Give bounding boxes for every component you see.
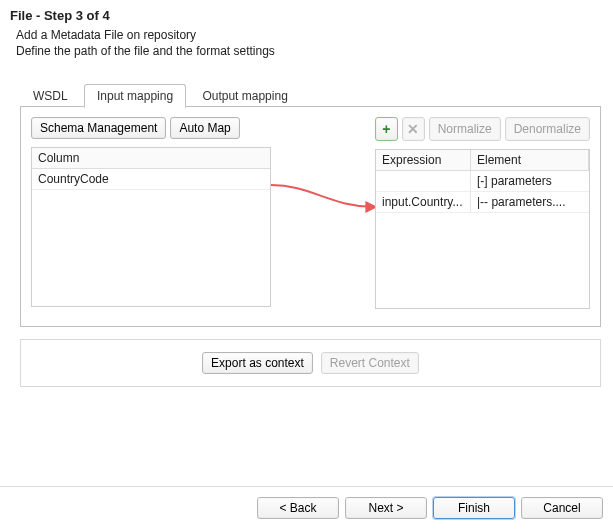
next-button[interactable]: Next > [345,497,427,519]
target-cell-expr [376,171,471,191]
denormalize-button: Denormalize [505,117,590,141]
schema-management-button[interactable]: Schema Management [31,117,166,139]
target-cell-expr: input.Country... [376,192,471,212]
cancel-button[interactable]: Cancel [521,497,603,519]
tab-output-mapping[interactable]: Output mapping [189,84,300,107]
wizard-header: File - Step 3 of 4 Add a Metadata File o… [0,0,613,63]
add-icon[interactable]: + [375,117,398,141]
target-row[interactable]: input.Country... |-- parameters.... [376,192,589,213]
source-row[interactable]: CountryCode [32,169,270,190]
target-cell-elem: |-- parameters.... [471,192,589,212]
target-toolbar: + ✕ Normalize Denormalize [375,117,590,141]
tab-wsdl[interactable]: WSDL [20,84,81,107]
tab-input-mapping[interactable]: Input mapping [84,84,186,108]
target-cell-elem: [-] parameters [471,171,589,191]
normalize-button: Normalize [429,117,501,141]
source-toolbar: Schema Management Auto Map [31,117,271,139]
tabstrip: WSDL Input mapping Output mapping [20,83,601,107]
page-title: File - Step 3 of 4 [10,8,603,23]
target-col-expression: Expression [376,150,471,170]
target-pane: + ✕ Normalize Denormalize Expression Ele… [375,117,590,317]
auto-map-button[interactable]: Auto Map [170,117,239,139]
wizard-footer: < Back Next > Finish Cancel [0,486,613,529]
finish-button[interactable]: Finish [433,497,515,519]
mapping-panel: Schema Management Auto Map Column Countr… [20,107,601,327]
subtitle-line-2: Define the path of the file and the form… [16,43,603,59]
back-button[interactable]: < Back [257,497,339,519]
target-grid[interactable]: Expression Element [-] parameters input.… [375,149,590,309]
subtitle-line-1: Add a Metadata File on repository [16,27,603,43]
context-bar: Export as context Revert Context [20,339,601,387]
revert-context-button: Revert Context [321,352,419,374]
source-grid-header: Column [32,148,270,169]
source-cell: CountryCode [32,169,270,189]
source-pane: Schema Management Auto Map Column Countr… [31,117,271,317]
mapping-arrow [271,179,381,219]
target-row[interactable]: [-] parameters [376,171,589,192]
page-subtitle: Add a Metadata File on repository Define… [16,27,603,59]
export-as-context-button[interactable]: Export as context [202,352,313,374]
source-grid[interactable]: Column CountryCode [31,147,271,307]
source-col-header: Column [32,148,270,168]
target-grid-header: Expression Element [376,150,589,171]
target-col-element: Element [471,150,589,170]
delete-icon: ✕ [402,117,425,141]
